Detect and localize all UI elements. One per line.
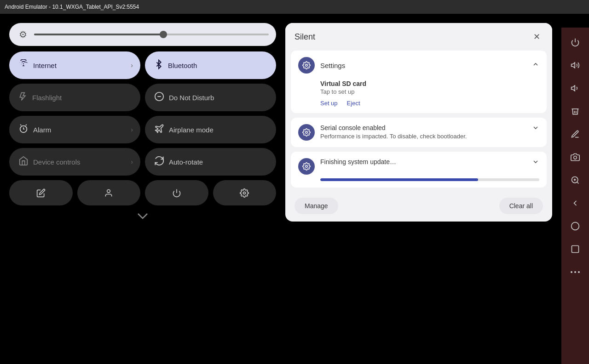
- notification-panel-title: Silent: [294, 32, 315, 42]
- tile-alarm-label: Alarm: [33, 126, 51, 134]
- notification-header: Silent ✕: [285, 23, 552, 51]
- sidebar-home-button[interactable]: [565, 216, 585, 236]
- vsd-subtitle: Tap to set up: [320, 88, 539, 95]
- notif-serial-desc: Performance is impacted. To disable, che…: [320, 133, 527, 140]
- brightness-gear-icon: ⚙: [17, 28, 29, 41]
- tile-alarm-arrow: ›: [131, 126, 133, 133]
- flashlight-icon: [18, 91, 28, 104]
- close-button[interactable]: ✕: [530, 30, 543, 43]
- sidebar-more-button[interactable]: [565, 262, 585, 282]
- donotdisturb-icon: [154, 91, 164, 104]
- sidebar-power-button[interactable]: [565, 32, 585, 52]
- user-button[interactable]: [77, 180, 141, 205]
- notif-serial-console[interactable]: Serial console enabled Performance is im…: [291, 118, 547, 147]
- svg-point-22: [571, 271, 572, 273]
- bluetooth-icon: [154, 59, 163, 72]
- svg-point-15: [574, 156, 577, 159]
- notif-serial-icon: [298, 124, 315, 141]
- sidebar-volume-down-button[interactable]: [565, 78, 585, 98]
- tile-airplanemode-label: Airplane mode: [169, 126, 214, 134]
- sidebar-pencil-button[interactable]: [565, 124, 585, 144]
- main-area: ⚙ Internet ›: [0, 14, 589, 364]
- clear-all-button[interactable]: Clear all: [499, 198, 543, 214]
- vsd-content: Virtual SD card Tap to set up Set up Eje…: [291, 80, 547, 113]
- tile-donotdisturb-label: Do Not Disturb: [169, 94, 214, 102]
- tile-devicecontrols[interactable]: Device controls ›: [9, 148, 140, 176]
- notification-bottom: Manage Clear all: [285, 192, 552, 222]
- expand-button[interactable]: [9, 213, 276, 219]
- quick-settings-panel: ⚙ Internet ›: [0, 14, 285, 364]
- brightness-slider[interactable]: [34, 34, 269, 35]
- tile-devicecontrols-arrow: ›: [131, 158, 133, 165]
- notif-serial-title: Serial console enabled: [320, 124, 527, 131]
- svg-marker-14: [572, 85, 575, 91]
- progress-bar-fill: [320, 178, 478, 181]
- settings-icon-circle: [298, 57, 315, 74]
- vsd-setup-link[interactable]: Set up: [320, 100, 338, 107]
- power-button[interactable]: [145, 180, 208, 205]
- sidebar-recents-button[interactable]: [565, 239, 585, 259]
- notif-system-left: Finishing system update…: [298, 158, 527, 175]
- alarm-icon: [18, 124, 29, 136]
- tile-flashlight-label: Flashlight: [32, 94, 62, 102]
- notif-system-title: Finishing system update…: [320, 158, 527, 165]
- vsd-eject-link[interactable]: Eject: [347, 100, 360, 107]
- tile-internet-label: Internet: [33, 62, 57, 69]
- svg-point-6: [107, 189, 110, 193]
- title-bar: Android Emulator - 10.1_WXGA_Tablet_API_…: [0, 0, 589, 14]
- settings-card: Settings Virtual SD card Tap to set up S…: [291, 51, 547, 113]
- tile-autorotate[interactable]: Auto-rotate: [145, 148, 276, 176]
- brightness-row[interactable]: ⚙: [9, 23, 276, 46]
- tile-flashlight[interactable]: Flashlight: [9, 84, 140, 111]
- sidebar-back-button[interactable]: [565, 193, 585, 213]
- svg-line-5: [26, 124, 27, 125]
- notif-system-content: Finishing system update…: [320, 158, 527, 167]
- svg-point-23: [574, 271, 576, 273]
- manage-button[interactable]: Manage: [294, 198, 338, 214]
- notification-panel: Silent ✕ Settings: [285, 23, 552, 222]
- svg-point-24: [578, 271, 580, 273]
- edit-button[interactable]: [9, 180, 73, 205]
- svg-rect-21: [572, 246, 579, 253]
- vsd-title: Virtual SD card: [320, 80, 539, 87]
- settings-button[interactable]: [213, 180, 277, 205]
- settings-card-title: Settings: [320, 62, 345, 69]
- sidebar-zoom-button[interactable]: [565, 170, 585, 190]
- notif-system-update[interactable]: Finishing system update…: [291, 152, 547, 188]
- sidebar-erase-button[interactable]: [565, 101, 585, 121]
- tile-devicecontrols-label: Device controls: [33, 158, 81, 166]
- svg-line-4: [20, 124, 21, 125]
- notif-system-chevron: [532, 158, 539, 167]
- sidebar-volume-up-button[interactable]: [565, 55, 585, 75]
- right-sidebar: [561, 28, 589, 364]
- brightness-fill: [34, 34, 163, 35]
- devicecontrols-icon: [18, 156, 29, 168]
- svg-line-17: [577, 182, 579, 184]
- wifi-icon: [18, 59, 29, 72]
- settings-card-header[interactable]: Settings: [291, 51, 547, 80]
- airplane-icon: [154, 124, 164, 136]
- title-bar-text: Android Emulator - 10.1_WXGA_Tablet_API_…: [5, 4, 139, 10]
- svg-point-10: [306, 131, 308, 134]
- sidebar-camera-button[interactable]: [565, 147, 585, 167]
- notif-serial-content: Serial console enabled Performance is im…: [320, 124, 527, 140]
- action-bar: [9, 180, 276, 205]
- settings-card-left: Settings: [298, 57, 345, 74]
- brightness-thumb: [160, 31, 167, 38]
- tiles-grid: Internet › Bluetooth Flash: [9, 51, 276, 176]
- svg-point-20: [572, 222, 579, 230]
- tile-bluetooth-label: Bluetooth: [168, 62, 197, 69]
- autorotate-icon: [154, 156, 164, 168]
- notif-serial-left: Serial console enabled Performance is im…: [298, 124, 527, 141]
- tile-donotdisturb[interactable]: Do Not Disturb: [145, 84, 276, 111]
- tile-internet[interactable]: Internet ›: [9, 51, 140, 79]
- notif-system-icon: [298, 158, 315, 175]
- svg-point-9: [306, 64, 308, 67]
- tile-alarm[interactable]: Alarm ›: [9, 116, 140, 143]
- tile-airplanemode[interactable]: Airplane mode: [145, 116, 276, 143]
- tile-bluetooth[interactable]: Bluetooth: [145, 51, 276, 79]
- notif-serial-inner: Serial console enabled Performance is im…: [298, 124, 539, 141]
- tile-autorotate-label: Auto-rotate: [169, 158, 203, 166]
- vsd-actions: Set up Eject: [320, 100, 539, 107]
- settings-chevron-icon: [532, 61, 539, 70]
